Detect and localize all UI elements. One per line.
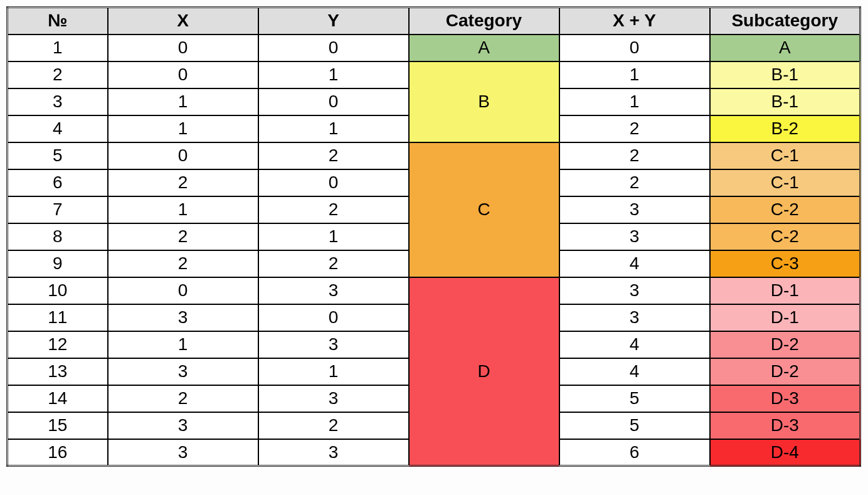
cell-num: 10 [8, 277, 108, 304]
cell-category: D [409, 277, 559, 466]
cell-x: 3 [108, 304, 258, 331]
cell-subcategory: C-2 [710, 196, 860, 223]
cell-x: 2 [108, 385, 258, 412]
cell-num: 8 [8, 223, 108, 250]
cell-sum: 4 [559, 331, 710, 358]
cell-x: 1 [108, 331, 258, 358]
cell-num: 4 [8, 115, 108, 142]
cell-subcategory: D-2 [710, 358, 860, 385]
cell-subcategory: C-1 [710, 169, 860, 196]
cell-subcategory: C-1 [710, 142, 860, 169]
cell-num: 7 [8, 196, 108, 223]
cell-num: 12 [8, 331, 108, 358]
cell-sum: 2 [559, 115, 710, 142]
col-y: Y [258, 8, 409, 35]
cell-sum: 6 [559, 439, 710, 466]
cell-x: 2 [108, 223, 258, 250]
cell-x: 0 [108, 277, 258, 304]
col-x: X [108, 8, 258, 35]
cell-subcategory: D-2 [710, 331, 860, 358]
col-subcategory: Subcategory [710, 8, 860, 35]
cell-sum: 2 [559, 142, 710, 169]
cell-subcategory: B-1 [710, 61, 860, 88]
cell-x: 2 [108, 250, 258, 277]
cell-y: 2 [258, 412, 409, 439]
cell-y: 3 [258, 385, 409, 412]
cell-y: 0 [258, 88, 409, 115]
cell-num: 6 [8, 169, 108, 196]
cell-y: 3 [258, 277, 409, 304]
cell-num: 13 [8, 358, 108, 385]
table-body: 100A0A201B1B-13101B-14112B-2502C2C-16202… [8, 35, 860, 466]
cell-subcategory: C-3 [710, 250, 860, 277]
cell-subcategory: D-3 [710, 385, 860, 412]
cell-x: 1 [108, 88, 258, 115]
category-table: № X Y Category X + Y Subcategory 100A0A2… [6, 6, 861, 467]
table-row: 100A0A [8, 35, 860, 61]
cell-sum: 1 [559, 88, 710, 115]
cell-subcategory: B-2 [710, 115, 860, 142]
cell-x: 0 [108, 142, 258, 169]
cell-sum: 5 [559, 385, 710, 412]
cell-subcategory: B-1 [710, 88, 860, 115]
cell-y: 1 [258, 223, 409, 250]
cell-category: C [409, 142, 559, 277]
table-row: 201B1B-1 [8, 61, 860, 88]
cell-sum: 3 [559, 196, 710, 223]
cell-sum: 0 [559, 35, 710, 61]
cell-y: 2 [258, 142, 409, 169]
col-sum: X + Y [559, 8, 710, 35]
cell-sum: 4 [559, 250, 710, 277]
cell-y: 0 [258, 169, 409, 196]
cell-subcategory: D-4 [710, 439, 860, 466]
cell-subcategory: A [710, 35, 860, 61]
cell-x: 3 [108, 412, 258, 439]
cell-y: 0 [258, 304, 409, 331]
cell-x: 1 [108, 115, 258, 142]
cell-y: 2 [258, 250, 409, 277]
cell-y: 1 [258, 61, 409, 88]
cell-x: 0 [108, 35, 258, 61]
table-row: 502C2C-1 [8, 142, 860, 169]
cell-subcategory: D-1 [710, 277, 860, 304]
cell-num: 14 [8, 385, 108, 412]
cell-category: A [409, 35, 559, 61]
col-category: Category [409, 8, 559, 35]
cell-sum: 1 [559, 61, 710, 88]
cell-num: 16 [8, 439, 108, 466]
cell-sum: 2 [559, 169, 710, 196]
cell-num: 2 [8, 61, 108, 88]
cell-y: 1 [258, 358, 409, 385]
table-row: 1003D3D-1 [8, 277, 860, 304]
cell-subcategory: D-3 [710, 412, 860, 439]
cell-x: 2 [108, 169, 258, 196]
cell-y: 2 [258, 196, 409, 223]
cell-x: 1 [108, 196, 258, 223]
cell-sum: 4 [559, 358, 710, 385]
cell-y: 3 [258, 331, 409, 358]
cell-sum: 3 [559, 277, 710, 304]
cell-num: 11 [8, 304, 108, 331]
cell-y: 0 [258, 35, 409, 61]
cell-num: 5 [8, 142, 108, 169]
cell-num: 3 [8, 88, 108, 115]
cell-num: 9 [8, 250, 108, 277]
cell-subcategory: D-1 [710, 304, 860, 331]
cell-sum: 3 [559, 304, 710, 331]
cell-y: 1 [258, 115, 409, 142]
cell-x: 0 [108, 61, 258, 88]
cell-sum: 3 [559, 223, 710, 250]
cell-y: 3 [258, 439, 409, 466]
cell-num: 1 [8, 35, 108, 61]
table-header-row: № X Y Category X + Y Subcategory [8, 8, 860, 35]
cell-sum: 5 [559, 412, 710, 439]
col-num: № [8, 8, 108, 35]
cell-x: 3 [108, 358, 258, 385]
cell-category: B [409, 61, 559, 142]
cell-subcategory: C-2 [710, 223, 860, 250]
cell-x: 3 [108, 439, 258, 466]
cell-num: 15 [8, 412, 108, 439]
